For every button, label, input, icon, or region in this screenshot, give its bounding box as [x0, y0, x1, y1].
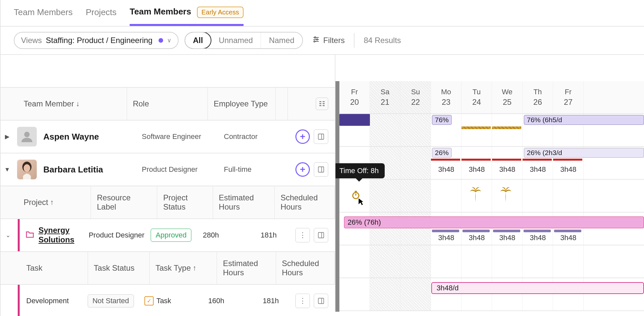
- side-panel-button[interactable]: [314, 162, 328, 177]
- side-panel-button[interactable]: [314, 228, 328, 242]
- project-name-link[interactable]: Synergy Solutions: [38, 226, 83, 245]
- lane-day-cell[interactable]: [339, 278, 370, 310]
- header-est-hours[interactable]: Estimated Hours: [213, 186, 275, 218]
- allocation-tag-mo[interactable]: 26%: [432, 148, 452, 158]
- lane-day-cell[interactable]: [370, 245, 400, 278]
- seg-all[interactable]: All: [184, 32, 212, 49]
- header-project-status[interactable]: Project Status: [157, 186, 213, 218]
- lane-day-cell[interactable]: [400, 180, 431, 212]
- svg-point-3: [314, 37, 316, 38]
- header-task-est-hours[interactable]: Estimated Hours: [217, 252, 276, 284]
- member-role: Product Designer: [142, 165, 224, 174]
- header-sched-hours[interactable]: Scheduled Hours: [275, 186, 335, 218]
- lane-day-cell[interactable]: [492, 114, 523, 146]
- side-panel-button[interactable]: [314, 294, 328, 308]
- svg-rect-21: [318, 298, 324, 304]
- allocation-tag-mo[interactable]: 76%: [432, 115, 452, 125]
- more-menu-button[interactable]: ⋮: [295, 228, 310, 242]
- svg-rect-9: [323, 101, 325, 102]
- header-project[interactable]: Project ↑: [1, 186, 91, 218]
- member-name[interactable]: Aspen Wayne: [43, 132, 142, 142]
- lane-day-cell[interactable]: [400, 114, 431, 146]
- expand-toggle[interactable]: ▼: [1, 166, 14, 173]
- allocation-bar[interactable]: [339, 114, 370, 126]
- lane-day-cell[interactable]: [370, 114, 400, 146]
- lane-day-cell[interactable]: [523, 245, 553, 278]
- lane-day-cell[interactable]: [400, 245, 431, 278]
- header-task-status[interactable]: Task Status: [88, 252, 150, 284]
- project-accent-bar: [18, 219, 20, 251]
- task-name[interactable]: Development: [1, 297, 83, 305]
- side-panel-button[interactable]: [314, 129, 328, 144]
- day-header[interactable]: Sa21: [370, 81, 400, 113]
- task-sched-hours: 181h: [257, 297, 295, 305]
- lane-day-cell[interactable]: [400, 147, 431, 179]
- daily-hours: 3h48: [462, 234, 492, 242]
- daily-hours: 3h48: [523, 234, 553, 242]
- svg-rect-11: [323, 105, 325, 106]
- header-employee-type[interactable]: Employee Type: [208, 88, 276, 120]
- views-dropdown[interactable]: Views Staffing: Product / Engineering ∨: [14, 32, 179, 49]
- overbook-underline: [431, 159, 460, 161]
- tab-projects[interactable]: Projects: [86, 7, 117, 25]
- palm-tree-icon[interactable]: [500, 186, 512, 205]
- day-header[interactable]: Tu24: [462, 81, 492, 113]
- sliders-icon: [312, 35, 320, 45]
- task-row: Development Not Started ✓ Task 160h 181h…: [1, 285, 335, 316]
- lane-day-cell[interactable]: [492, 245, 523, 278]
- lane-day-cell[interactable]: [462, 114, 492, 146]
- header-team-member[interactable]: Team Member ↓: [1, 88, 127, 120]
- chevron-down-icon: ∨: [167, 37, 171, 44]
- expand-toggle[interactable]: ⌄: [1, 232, 15, 239]
- tab-team-members-2[interactable]: Team Members Early Access: [130, 7, 244, 26]
- day-header[interactable]: Mo23: [431, 81, 462, 113]
- seg-named[interactable]: Named: [261, 33, 302, 48]
- lane-day-cell[interactable]: [492, 147, 523, 179]
- project-est-hours: 280h: [197, 231, 255, 239]
- timeline-lane-task: 3h48/d: [339, 278, 644, 311]
- day-header[interactable]: We25: [492, 81, 523, 113]
- lane-day-cell[interactable]: [370, 180, 400, 212]
- daily-hours: 3h48: [431, 165, 462, 174]
- lane-day-cell[interactable]: [553, 180, 584, 212]
- task-allocation-bar[interactable]: 3h48/d: [431, 282, 644, 294]
- seg-unnamed[interactable]: Unnamed: [211, 33, 261, 48]
- task-type-label: Task: [156, 297, 171, 305]
- lane-day-cell[interactable]: [462, 147, 492, 179]
- day-header[interactable]: Fr20: [339, 81, 370, 113]
- day-header[interactable]: Su22: [400, 81, 431, 113]
- views-label: Views: [21, 36, 42, 45]
- lane-day-cell[interactable]: [400, 278, 431, 310]
- lane-day-cell[interactable]: [431, 180, 462, 212]
- lane-day-cell[interactable]: [370, 278, 400, 310]
- allocation-tag-th[interactable]: 26% (2h3/d: [524, 148, 644, 158]
- lane-day-cell[interactable]: [431, 245, 462, 278]
- sort-down-icon: ↓: [76, 100, 79, 108]
- header-task-sched-hours[interactable]: Scheduled Hours: [276, 252, 335, 284]
- tab-team-members-1[interactable]: Team Members: [14, 7, 73, 25]
- lane-day-cell[interactable]: [339, 245, 370, 278]
- header-resource-label[interactable]: Resource Label: [91, 186, 157, 218]
- filters-button[interactable]: Filters: [309, 35, 345, 45]
- palm-tree-icon[interactable]: [469, 186, 482, 205]
- overbook-underline: [492, 159, 521, 161]
- member-name[interactable]: Barbara Letitia: [43, 165, 142, 175]
- header-role[interactable]: Role: [127, 88, 208, 120]
- header-task-type[interactable]: Task Type ↑: [150, 252, 217, 284]
- lane-day-cell[interactable]: [553, 245, 584, 278]
- lane-day-cell[interactable]: [462, 245, 492, 278]
- project-allocation-bar[interactable]: 26% (76h): [344, 216, 644, 228]
- expand-toggle[interactable]: ▶: [1, 133, 14, 140]
- density-toggle-button[interactable]: [316, 98, 328, 110]
- add-assignment-button[interactable]: +: [295, 162, 310, 177]
- lane-day-cell[interactable]: [523, 180, 553, 212]
- day-header[interactable]: Fr27: [553, 81, 584, 113]
- add-assignment-button[interactable]: +: [295, 129, 310, 144]
- folder-icon: [25, 230, 34, 240]
- more-menu-button[interactable]: ⋮: [295, 294, 310, 308]
- header-task[interactable]: Task: [1, 252, 88, 284]
- member-emp-type: Contractor: [224, 132, 293, 141]
- allocation-tag-th[interactable]: 76% (6h5/d: [524, 115, 644, 125]
- overbook-underline: [553, 159, 582, 161]
- day-header[interactable]: Th26: [523, 81, 553, 113]
